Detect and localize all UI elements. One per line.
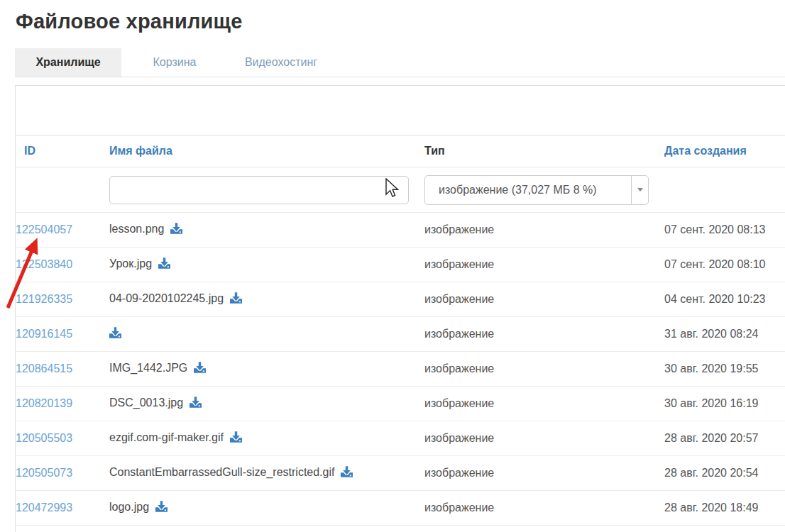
file-id-link[interactable]: 120472993	[16, 501, 72, 514]
type-filter-selected-value: изображение (37,027 МБ 8 %)	[425, 176, 631, 204]
file-name-text: DSC_0013.jpg	[109, 397, 183, 409]
files-table: ID Имя файла Тип Дата создания изображен…	[16, 135, 785, 526]
file-type-text: изображение	[424, 456, 664, 491]
file-id-link[interactable]: 120505503	[16, 432, 72, 444]
download-icon[interactable]	[230, 431, 242, 445]
table-row: 121926335 04-09-2020102245.jpg изображен…	[16, 282, 785, 317]
tab-bar: Хранилище Корзина Видеохостинг	[15, 48, 785, 77]
table-row: 122504057 lesson.png изображение 07 сент…	[16, 213, 785, 248]
tab-videohosting[interactable]: Видеохостинг	[228, 48, 334, 77]
download-icon[interactable]	[190, 397, 202, 411]
table-row: 120472993 logo.jpg изображение 28 авг. 2…	[16, 491, 785, 526]
tab-trash[interactable]: Корзина	[121, 48, 228, 77]
file-created-text: 31 авг. 2020 08:24	[664, 317, 785, 352]
file-id-link[interactable]: 121926335	[16, 293, 72, 305]
file-storage-page: { "page": { "title": "Файловое хранилище…	[0, 0, 785, 532]
table-header-row: ID Имя файла Тип Дата создания	[16, 135, 785, 167]
column-header-type: Тип	[424, 145, 445, 157]
page: Файловое хранилище Хранилище Корзина Вид…	[0, 10, 785, 532]
download-icon[interactable]	[341, 466, 353, 480]
select-caret-box	[631, 176, 648, 204]
table-row: 120505073 ConstantEmbarrassedGull-size_r…	[16, 456, 785, 491]
file-name-text: Урок.jpg	[109, 257, 152, 270]
download-icon[interactable]	[155, 501, 168, 515]
column-header-id[interactable]: ID	[24, 145, 35, 157]
download-icon[interactable]	[230, 292, 242, 306]
file-id-link[interactable]: 120864515	[16, 362, 72, 375]
tab-storage[interactable]: Хранилище	[15, 48, 121, 77]
file-name-text: 04-09-2020102245.jpg	[109, 292, 224, 304]
file-id-link[interactable]: 122503840	[16, 258, 72, 270]
download-icon[interactable]	[194, 362, 206, 376]
file-created-text: 30 авг. 2020 16:19	[664, 387, 785, 421]
column-header-filename[interactable]: Имя файла	[109, 145, 172, 157]
storage-panel: ID Имя файла Тип Дата создания изображен…	[15, 85, 785, 532]
table-row: 120820139 DSC_0013.jpg изображение 30 ав…	[16, 387, 785, 421]
download-icon[interactable]	[109, 327, 121, 341]
file-created-text: 28 авг. 2020 20:54	[664, 456, 785, 491]
file-type-text: изображение	[424, 282, 664, 317]
file-type-text: изображение	[424, 248, 664, 282]
table-row: 120505503 ezgif.com-gif-maker.gif изобра…	[16, 421, 785, 456]
chevron-down-icon	[637, 188, 643, 192]
file-id-link[interactable]: 120916145	[16, 328, 72, 340]
table-row: 120864515 IMG_1442.JPG изображение 30 ав…	[16, 352, 785, 387]
file-id-link[interactable]: 122504057	[16, 223, 72, 235]
file-created-text: 07 сент. 2020 08:10	[664, 248, 785, 282]
file-created-text: 04 сент. 2020 10:23	[664, 282, 785, 317]
file-created-text: 07 сент. 2020 08:13	[664, 213, 785, 248]
column-header-created[interactable]: Дата создания	[664, 145, 747, 157]
file-type-text: изображение	[424, 421, 664, 456]
file-name-text: lesson.png	[109, 223, 164, 235]
file-name-text: logo.jpg	[109, 501, 149, 513]
file-id-link[interactable]: 120505073	[16, 467, 72, 479]
panel-spacer	[16, 86, 785, 135]
file-type-text: изображение	[424, 352, 664, 387]
file-type-text: изображение	[424, 213, 664, 248]
type-filter-select[interactable]: изображение (37,027 МБ 8 %)	[424, 175, 649, 205]
file-type-text: изображение	[424, 317, 664, 352]
file-id-link[interactable]: 120820139	[16, 397, 72, 409]
table-row: 120916145 изображение 31 авг. 2020 08:24	[16, 317, 785, 352]
download-icon[interactable]	[158, 257, 170, 272]
file-created-text: 28 авг. 2020 20:57	[664, 421, 785, 456]
filter-row: изображение (37,027 МБ 8 %)	[16, 167, 785, 213]
table-row: 122503840 Урок.jpg изображение 07 сент. …	[16, 248, 785, 282]
page-title: Файловое хранилище	[16, 10, 785, 33]
file-created-text: 30 авг. 2020 19:55	[664, 352, 785, 387]
download-icon[interactable]	[170, 223, 182, 237]
file-name-text: ConstantEmbarrassedGull-size_restricted.…	[109, 466, 334, 478]
filename-filter-input[interactable]	[109, 176, 409, 204]
file-name-text: ezgif.com-gif-maker.gif	[109, 431, 224, 443]
file-created-text: 28 авг. 2020 18:49	[664, 491, 785, 526]
file-type-text: изображение	[424, 387, 664, 421]
file-name-text: IMG_1442.JPG	[109, 362, 187, 374]
file-type-text: изображение	[424, 491, 664, 526]
